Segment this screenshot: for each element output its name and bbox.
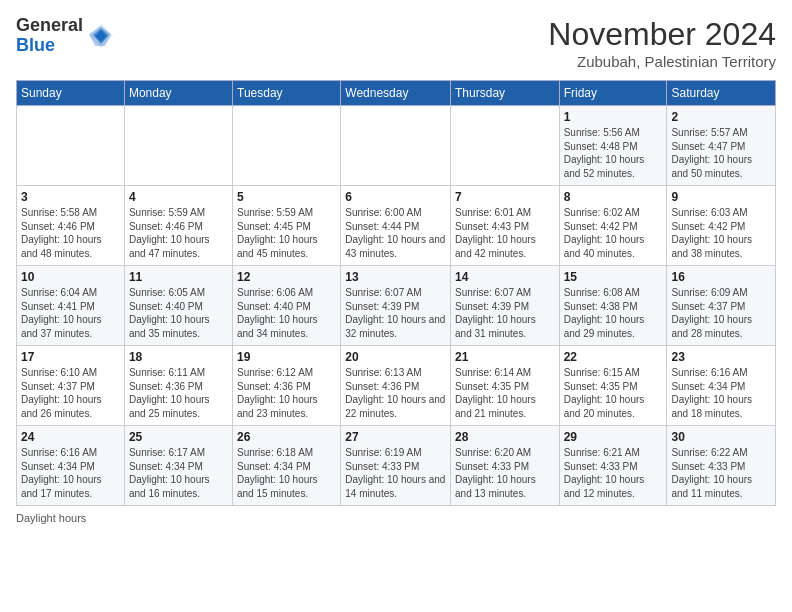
week-row-3: 17Sunrise: 6:10 AM Sunset: 4:37 PM Dayli… (17, 346, 776, 426)
day-number: 11 (129, 270, 228, 284)
calendar-cell: 28Sunrise: 6:20 AM Sunset: 4:33 PM Dayli… (451, 426, 560, 506)
col-header-thursday: Thursday (451, 81, 560, 106)
day-number: 17 (21, 350, 120, 364)
footer: Daylight hours (16, 512, 776, 524)
day-number: 18 (129, 350, 228, 364)
cell-info: Sunrise: 6:04 AM Sunset: 4:41 PM Dayligh… (21, 286, 120, 340)
calendar-cell: 16Sunrise: 6:09 AM Sunset: 4:37 PM Dayli… (667, 266, 776, 346)
calendar-cell: 20Sunrise: 6:13 AM Sunset: 4:36 PM Dayli… (341, 346, 451, 426)
daylight-note: Daylight hours (16, 512, 86, 524)
day-number: 5 (237, 190, 336, 204)
day-number: 15 (564, 270, 663, 284)
day-number: 23 (671, 350, 771, 364)
col-header-wednesday: Wednesday (341, 81, 451, 106)
day-number: 8 (564, 190, 663, 204)
calendar-cell: 22Sunrise: 6:15 AM Sunset: 4:35 PM Dayli… (559, 346, 667, 426)
cell-info: Sunrise: 6:22 AM Sunset: 4:33 PM Dayligh… (671, 446, 771, 500)
day-number: 4 (129, 190, 228, 204)
day-number: 6 (345, 190, 446, 204)
day-number: 3 (21, 190, 120, 204)
calendar-cell: 21Sunrise: 6:14 AM Sunset: 4:35 PM Dayli… (451, 346, 560, 426)
day-number: 10 (21, 270, 120, 284)
logo-blue-text: Blue (16, 36, 83, 56)
cell-info: Sunrise: 6:03 AM Sunset: 4:42 PM Dayligh… (671, 206, 771, 260)
calendar-cell (233, 106, 341, 186)
calendar-cell: 7Sunrise: 6:01 AM Sunset: 4:43 PM Daylig… (451, 186, 560, 266)
cell-info: Sunrise: 6:13 AM Sunset: 4:36 PM Dayligh… (345, 366, 446, 420)
day-number: 14 (455, 270, 555, 284)
calendar-cell: 8Sunrise: 6:02 AM Sunset: 4:42 PM Daylig… (559, 186, 667, 266)
cell-info: Sunrise: 6:07 AM Sunset: 4:39 PM Dayligh… (345, 286, 446, 340)
cell-info: Sunrise: 6:08 AM Sunset: 4:38 PM Dayligh… (564, 286, 663, 340)
cell-info: Sunrise: 6:11 AM Sunset: 4:36 PM Dayligh… (129, 366, 228, 420)
day-number: 26 (237, 430, 336, 444)
logo-icon (87, 22, 115, 50)
calendar-cell: 13Sunrise: 6:07 AM Sunset: 4:39 PM Dayli… (341, 266, 451, 346)
calendar-cell (341, 106, 451, 186)
cell-info: Sunrise: 5:58 AM Sunset: 4:46 PM Dayligh… (21, 206, 120, 260)
col-header-friday: Friday (559, 81, 667, 106)
title-block: November 2024 Zububah, Palestinian Terri… (548, 16, 776, 70)
calendar-cell: 10Sunrise: 6:04 AM Sunset: 4:41 PM Dayli… (17, 266, 125, 346)
calendar-cell (17, 106, 125, 186)
day-number: 29 (564, 430, 663, 444)
calendar-cell: 5Sunrise: 5:59 AM Sunset: 4:45 PM Daylig… (233, 186, 341, 266)
cell-info: Sunrise: 6:20 AM Sunset: 4:33 PM Dayligh… (455, 446, 555, 500)
day-number: 12 (237, 270, 336, 284)
week-row-2: 10Sunrise: 6:04 AM Sunset: 4:41 PM Dayli… (17, 266, 776, 346)
calendar-cell (124, 106, 232, 186)
calendar-cell: 9Sunrise: 6:03 AM Sunset: 4:42 PM Daylig… (667, 186, 776, 266)
day-number: 22 (564, 350, 663, 364)
week-row-1: 3Sunrise: 5:58 AM Sunset: 4:46 PM Daylig… (17, 186, 776, 266)
day-number: 2 (671, 110, 771, 124)
location-title: Zububah, Palestinian Territory (548, 53, 776, 70)
calendar-cell: 3Sunrise: 5:58 AM Sunset: 4:46 PM Daylig… (17, 186, 125, 266)
calendar-cell: 4Sunrise: 5:59 AM Sunset: 4:46 PM Daylig… (124, 186, 232, 266)
day-number: 7 (455, 190, 555, 204)
calendar-table: SundayMondayTuesdayWednesdayThursdayFrid… (16, 80, 776, 506)
cell-info: Sunrise: 6:01 AM Sunset: 4:43 PM Dayligh… (455, 206, 555, 260)
calendar-cell: 24Sunrise: 6:16 AM Sunset: 4:34 PM Dayli… (17, 426, 125, 506)
col-header-monday: Monday (124, 81, 232, 106)
page: General Blue November 2024 Zububah, Pale… (0, 0, 792, 612)
cell-info: Sunrise: 5:59 AM Sunset: 4:45 PM Dayligh… (237, 206, 336, 260)
cell-info: Sunrise: 5:59 AM Sunset: 4:46 PM Dayligh… (129, 206, 228, 260)
cell-info: Sunrise: 6:02 AM Sunset: 4:42 PM Dayligh… (564, 206, 663, 260)
calendar-cell: 12Sunrise: 6:06 AM Sunset: 4:40 PM Dayli… (233, 266, 341, 346)
cell-info: Sunrise: 6:18 AM Sunset: 4:34 PM Dayligh… (237, 446, 336, 500)
calendar-cell: 29Sunrise: 6:21 AM Sunset: 4:33 PM Dayli… (559, 426, 667, 506)
cell-info: Sunrise: 6:06 AM Sunset: 4:40 PM Dayligh… (237, 286, 336, 340)
cell-info: Sunrise: 6:16 AM Sunset: 4:34 PM Dayligh… (21, 446, 120, 500)
cell-info: Sunrise: 6:19 AM Sunset: 4:33 PM Dayligh… (345, 446, 446, 500)
day-number: 19 (237, 350, 336, 364)
cell-info: Sunrise: 6:12 AM Sunset: 4:36 PM Dayligh… (237, 366, 336, 420)
calendar-cell: 23Sunrise: 6:16 AM Sunset: 4:34 PM Dayli… (667, 346, 776, 426)
day-number: 1 (564, 110, 663, 124)
calendar-cell: 11Sunrise: 6:05 AM Sunset: 4:40 PM Dayli… (124, 266, 232, 346)
day-number: 24 (21, 430, 120, 444)
cell-info: Sunrise: 6:09 AM Sunset: 4:37 PM Dayligh… (671, 286, 771, 340)
cell-info: Sunrise: 6:14 AM Sunset: 4:35 PM Dayligh… (455, 366, 555, 420)
day-number: 30 (671, 430, 771, 444)
day-number: 27 (345, 430, 446, 444)
logo: General Blue (16, 16, 115, 56)
calendar-cell: 25Sunrise: 6:17 AM Sunset: 4:34 PM Dayli… (124, 426, 232, 506)
cell-info: Sunrise: 6:10 AM Sunset: 4:37 PM Dayligh… (21, 366, 120, 420)
calendar-cell (451, 106, 560, 186)
cell-info: Sunrise: 6:00 AM Sunset: 4:44 PM Dayligh… (345, 206, 446, 260)
cell-info: Sunrise: 5:56 AM Sunset: 4:48 PM Dayligh… (564, 126, 663, 180)
calendar-cell: 1Sunrise: 5:56 AM Sunset: 4:48 PM Daylig… (559, 106, 667, 186)
calendar-cell: 17Sunrise: 6:10 AM Sunset: 4:37 PM Dayli… (17, 346, 125, 426)
cell-info: Sunrise: 6:16 AM Sunset: 4:34 PM Dayligh… (671, 366, 771, 420)
calendar-cell: 19Sunrise: 6:12 AM Sunset: 4:36 PM Dayli… (233, 346, 341, 426)
calendar-cell: 26Sunrise: 6:18 AM Sunset: 4:34 PM Dayli… (233, 426, 341, 506)
cell-info: Sunrise: 6:07 AM Sunset: 4:39 PM Dayligh… (455, 286, 555, 340)
calendar-cell: 30Sunrise: 6:22 AM Sunset: 4:33 PM Dayli… (667, 426, 776, 506)
day-number: 13 (345, 270, 446, 284)
header-row: SundayMondayTuesdayWednesdayThursdayFrid… (17, 81, 776, 106)
day-number: 20 (345, 350, 446, 364)
cell-info: Sunrise: 6:15 AM Sunset: 4:35 PM Dayligh… (564, 366, 663, 420)
cell-info: Sunrise: 6:21 AM Sunset: 4:33 PM Dayligh… (564, 446, 663, 500)
week-row-0: 1Sunrise: 5:56 AM Sunset: 4:48 PM Daylig… (17, 106, 776, 186)
month-title: November 2024 (548, 16, 776, 53)
